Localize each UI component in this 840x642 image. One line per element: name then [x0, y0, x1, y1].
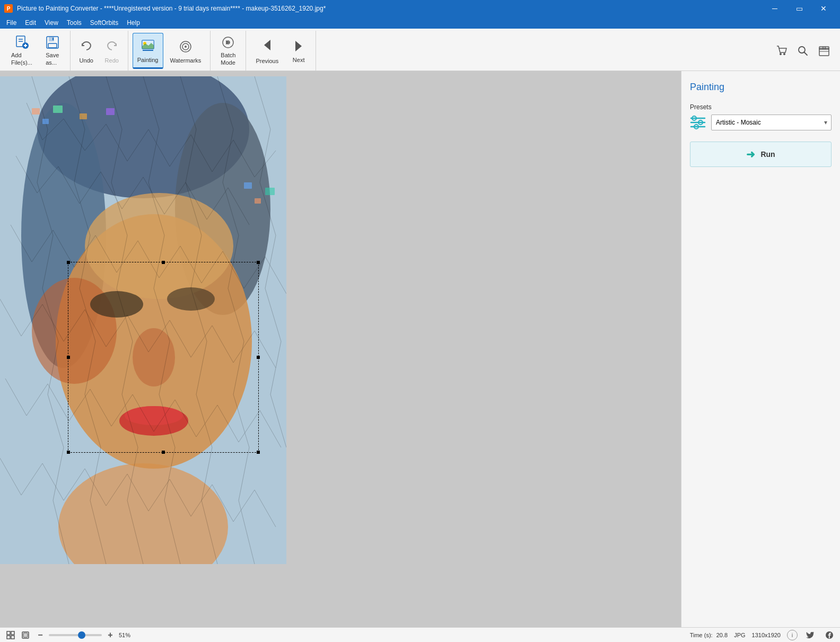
save-as-button[interactable]: Saveas...	[39, 33, 66, 69]
ribbon-group-history: Undo Redo	[71, 31, 128, 71]
redo-label: Redo	[105, 57, 119, 64]
svg-rect-47	[106, 108, 115, 115]
twitter-icon[interactable]	[804, 629, 817, 641]
menu-bar: File Edit View Tools SoftOrbits Help	[0, 17, 840, 29]
ribbon-group-batch: BatchMode	[211, 31, 246, 71]
save-as-label: Saveas...	[46, 52, 59, 66]
zoom-slider-thumb[interactable]	[78, 631, 85, 639]
canvas-area[interactable]	[0, 71, 681, 627]
previous-button[interactable]: Previous	[250, 33, 284, 69]
zoom-slider[interactable]	[49, 634, 102, 636]
batch-mode-button[interactable]: BatchMode	[215, 33, 241, 69]
next-label: Next	[293, 57, 305, 63]
svg-point-38	[90, 291, 143, 318]
add-file-label: AddFile(s)...	[11, 52, 32, 66]
menu-view[interactable]: View	[40, 18, 63, 28]
svg-point-39	[167, 287, 215, 311]
painting-button[interactable]: Painting	[133, 33, 163, 69]
ribbon-group-painting: Painting Watermarks	[128, 31, 211, 71]
watermarks-icon	[177, 38, 194, 55]
cart-icon[interactable]	[772, 41, 791, 60]
dimensions-value: 1310x1920	[752, 632, 781, 638]
svg-rect-45	[53, 105, 63, 113]
undo-label: Undo	[80, 57, 93, 64]
zoom-value: 51%	[119, 632, 138, 638]
svg-rect-46	[80, 113, 87, 119]
run-arrow-icon: ➜	[746, 148, 755, 161]
facebook-icon[interactable]	[823, 629, 836, 641]
format-value: JPG	[734, 632, 745, 638]
status-right: Time (s): 20.8 JPG 1310x1920 i	[690, 629, 836, 641]
painting-image	[0, 76, 286, 564]
ribbon-right-icons	[772, 31, 838, 71]
title-bar-text: Picture to Painting Converter - ****Unre…	[17, 5, 326, 12]
fit-screen-button[interactable]	[4, 629, 17, 641]
zoom-out-button[interactable]: −	[34, 629, 47, 641]
menu-file[interactable]: File	[2, 18, 21, 28]
status-bar: − + 51% Time (s): 20.8 JPG 1310x1920 i	[0, 627, 840, 642]
minimize-button[interactable]: ─	[763, 0, 787, 17]
run-button[interactable]: ➜ Run	[690, 142, 832, 167]
save-as-icon	[44, 35, 61, 50]
svg-rect-8	[48, 43, 57, 48]
svg-rect-57	[7, 631, 10, 635]
watermarks-label: Watermarks	[170, 57, 202, 64]
menu-help[interactable]: Help	[122, 18, 144, 28]
ribbon-group-nav: Previous Next	[246, 31, 316, 71]
status-left: − + 51%	[4, 629, 138, 641]
svg-rect-62	[23, 633, 28, 637]
close-button[interactable]: ✕	[811, 0, 836, 17]
svg-rect-48	[244, 182, 252, 189]
watermarks-button[interactable]: Watermarks	[165, 33, 206, 69]
info-button[interactable]: i	[787, 630, 798, 640]
previous-icon	[260, 38, 275, 56]
right-panel: Painting Presets Artistic - Mosaic Artis…	[681, 71, 840, 627]
fit-window-button[interactable]	[19, 629, 32, 641]
svg-rect-43	[32, 108, 40, 115]
time-value: 20.8	[716, 632, 728, 638]
redo-button[interactable]: Redo	[100, 33, 124, 69]
maximize-button[interactable]: ▭	[787, 0, 811, 17]
svg-rect-59	[7, 636, 10, 639]
add-file-icon	[13, 35, 30, 50]
svg-rect-44	[42, 119, 49, 124]
menu-tools[interactable]: Tools	[63, 18, 86, 28]
svg-line-24	[804, 52, 808, 55]
painting-icon	[139, 38, 156, 55]
presets-label: Presets	[690, 103, 832, 111]
batch-mode-label: BatchMode	[221, 52, 235, 66]
painting-label: Painting	[137, 57, 159, 63]
svg-point-16	[185, 46, 187, 48]
redo-icon	[103, 38, 120, 55]
ribbon-group-file: AddFile(s)... Saveas...	[2, 31, 71, 71]
svg-point-42	[125, 406, 183, 425]
svg-rect-58	[11, 631, 14, 635]
menu-edit[interactable]: Edit	[21, 18, 40, 28]
next-button[interactable]: Next	[286, 33, 311, 69]
presets-row: Artistic - Mosaic Artistic - Watercolor …	[690, 114, 832, 131]
app-icon: P	[4, 4, 13, 13]
svg-marker-19	[264, 40, 270, 50]
ribbon: AddFile(s)... Saveas... Undo	[0, 29, 840, 71]
svg-rect-49	[255, 198, 261, 204]
title-bar-left: P Picture to Painting Converter - ****Un…	[4, 4, 326, 13]
time-label-text: Time (s): 20.8	[690, 632, 728, 638]
panel-title: Painting	[690, 82, 832, 93]
zoom-in-button[interactable]: +	[104, 629, 117, 641]
svg-marker-20	[295, 41, 302, 51]
title-bar: P Picture to Painting Converter - ****Un…	[0, 0, 840, 17]
presets-select[interactable]: Artistic - Mosaic Artistic - Watercolor …	[711, 115, 832, 130]
title-bar-controls: ─ ▭ ✕	[763, 0, 836, 17]
svg-point-22	[783, 53, 785, 55]
svg-rect-60	[11, 636, 14, 639]
add-file-button[interactable]: AddFile(s)...	[6, 33, 37, 69]
run-label: Run	[760, 150, 775, 159]
presets-dropdown-wrapper[interactable]: Artistic - Mosaic Artistic - Watercolor …	[711, 115, 832, 130]
main-content: Painting Presets Artistic - Mosaic Artis…	[0, 71, 840, 627]
package-icon[interactable]	[815, 41, 834, 60]
undo-button[interactable]: Undo	[75, 33, 98, 69]
search-icon[interactable]	[793, 41, 812, 60]
previous-label: Previous	[256, 58, 278, 64]
svg-point-21	[780, 53, 782, 55]
menu-softorbits[interactable]: SoftOrbits	[86, 18, 122, 28]
